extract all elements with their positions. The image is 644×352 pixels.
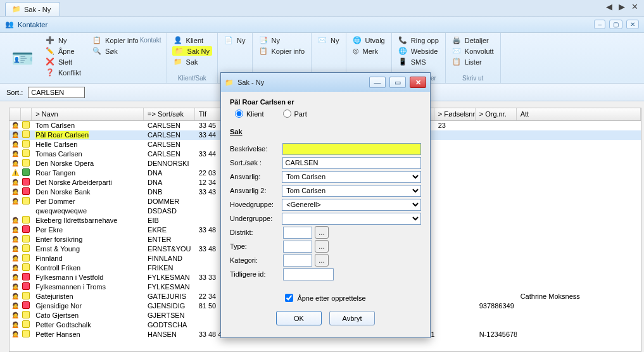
cell xyxy=(21,225,32,235)
ribbon-merk[interactable]: ◎Merk xyxy=(351,46,386,56)
ribbon-webside[interactable]: 🌐Webside xyxy=(397,46,440,56)
cell: Gatejuristen xyxy=(32,292,144,301)
input-sortsok[interactable] xyxy=(282,157,421,169)
status-badge xyxy=(22,254,30,261)
cell xyxy=(476,197,517,206)
dialog-titlebar[interactable]: 📁 Sak - Ny — ▭ ✕ xyxy=(221,73,430,92)
contacts-icon: 👥 xyxy=(5,20,14,28)
input-beskrivelse[interactable] xyxy=(282,143,421,155)
cell: Cathrine Moksness xyxy=(517,292,641,301)
col-header[interactable]: Att xyxy=(517,108,641,120)
select-undergruppe[interactable] xyxy=(282,213,421,225)
dialog-close-button[interactable]: ✕ xyxy=(410,77,426,88)
select-ansvarlig2[interactable]: Tom Carlsen xyxy=(282,185,421,197)
ribbon-sak[interactable]: 📁Sak xyxy=(172,57,212,66)
col-header[interactable]: => Sort/søk xyxy=(144,108,195,120)
tab-prev-icon[interactable]: ◀ xyxy=(604,2,614,11)
ribbon-ny[interactable]: ✉️Ny xyxy=(317,35,340,45)
select-hovedgruppe[interactable]: <Generell> xyxy=(282,199,421,211)
copy-icon: 📋 xyxy=(92,36,101,44)
ribbon-ny[interactable]: 📄Ny xyxy=(223,35,246,45)
lbl-type: Type: xyxy=(230,242,283,250)
col-header[interactable]: > Navn xyxy=(32,108,144,120)
select-ansvarlig[interactable]: Tom Carlsen xyxy=(282,171,421,183)
cell: Tomas Carlsen xyxy=(32,149,144,159)
ribbon-klient[interactable]: 👤Klient xyxy=(172,35,212,45)
col-header[interactable]: > Fødselsnr xyxy=(434,108,476,120)
cell xyxy=(476,168,517,178)
lookup-distrikt-button[interactable]: … xyxy=(315,226,329,239)
cell xyxy=(517,254,641,263)
cell: Per Ekre xyxy=(32,225,144,235)
envelope-icon: ✉️ xyxy=(452,47,461,55)
person-icon: 🙍 xyxy=(11,302,19,309)
input-distrikt[interactable] xyxy=(283,227,312,239)
status-badge xyxy=(22,168,30,176)
cell xyxy=(434,273,476,282)
cell: GJERTSEN xyxy=(144,311,195,320)
person-icon: 🙍 xyxy=(11,311,19,318)
input-kategori[interactable] xyxy=(283,255,312,267)
tab-close-icon[interactable]: ✕ xyxy=(629,2,640,11)
cell: Det Norske Arbeiderparti xyxy=(32,178,144,187)
col-header[interactable] xyxy=(21,108,32,120)
folder-icon: 📁 xyxy=(12,5,21,13)
ribbon-sms[interactable]: 📱SMS xyxy=(397,57,440,66)
tab-next-icon[interactable]: ▶ xyxy=(617,2,627,11)
cell xyxy=(434,206,476,216)
cell xyxy=(21,140,32,149)
ribbon-ny[interactable]: 📑Ny xyxy=(258,35,306,45)
radio-klient[interactable]: Klient xyxy=(235,110,264,118)
cell: Petter Hansen xyxy=(32,330,144,339)
sort-input[interactable] xyxy=(28,87,85,98)
dialog-max-button[interactable]: ▭ xyxy=(389,77,406,88)
checkbox-open-after[interactable] xyxy=(285,294,293,302)
ribbon-kopier-info[interactable]: 📋Kopier info xyxy=(91,35,140,45)
ribbon-detaljer[interactable]: 🖨️Detaljer xyxy=(451,35,495,45)
panel-max-icon[interactable]: ▢ xyxy=(609,20,622,29)
ok-button[interactable]: OK xyxy=(276,311,322,325)
contact-card-icon[interactable]: 🪪 xyxy=(5,35,39,82)
cell: Fylkesmannen i Troms xyxy=(32,282,144,292)
radio-part[interactable]: Part xyxy=(283,110,307,118)
ribbon-åpne[interactable]: ✏️Åpne xyxy=(44,46,82,56)
ribbon-konflikt[interactable]: ❓Konflikt xyxy=(44,68,82,77)
cell xyxy=(21,311,32,320)
lookup-type-button[interactable]: … xyxy=(315,240,329,253)
ribbon-group-label: Skriv ut xyxy=(451,73,495,82)
lbl-beskrivelse: Beskrivelse: xyxy=(230,145,282,153)
person-icon: 🙍 xyxy=(11,264,19,271)
ribbon-sak-ny[interactable]: 📁Sak Ny xyxy=(172,46,212,56)
ribbon-utvalg[interactable]: 🌐Utvalg xyxy=(351,35,386,45)
ribbon-kopier-info[interactable]: 📋Kopier info xyxy=(258,46,306,56)
col-header[interactable]: > Org.nr. xyxy=(476,108,517,120)
input-type[interactable] xyxy=(283,241,312,253)
input-tidligere[interactable] xyxy=(283,268,334,280)
person-icon: 🙍 xyxy=(11,188,19,195)
cell: Roar Tangen xyxy=(32,168,144,178)
cancel-button[interactable]: Avbryt xyxy=(329,311,375,325)
cell xyxy=(517,178,641,187)
col-header[interactable] xyxy=(9,108,21,120)
ribbon-ring-opp[interactable]: 📞Ring opp xyxy=(397,35,440,45)
ribbon-group: 🖨️Detaljer✉️Konvolutt📋ListerSkriv ut xyxy=(446,33,501,83)
panel-close-icon[interactable]: ✕ xyxy=(626,20,639,29)
status-badge xyxy=(22,244,30,252)
person-icon: 🙍 xyxy=(11,226,19,233)
tab-sak-ny[interactable]: 📁 Sak - Ny xyxy=(5,2,60,16)
lbl-tidligere: Tidligere id: xyxy=(230,270,283,278)
ribbon-slett[interactable]: ❌Slett xyxy=(44,57,82,66)
ribbon-søk[interactable]: 🔍Søk xyxy=(91,46,140,56)
list-icon: 📋 xyxy=(452,58,461,66)
cell xyxy=(21,121,32,130)
panel-min-icon[interactable]: – xyxy=(594,20,605,29)
ribbon-ny[interactable]: ➕Ny xyxy=(44,35,82,45)
ribbon-item-label: Klient xyxy=(186,37,204,44)
folder-hl-icon: 📁 xyxy=(175,47,184,55)
ribbon-konvolutt[interactable]: ✉️Konvolutt xyxy=(451,46,495,56)
ribbon-lister[interactable]: 📋Lister xyxy=(451,57,495,66)
dialog-min-button[interactable]: — xyxy=(369,77,386,88)
lookup-kategori-button[interactable]: … xyxy=(315,254,329,267)
ribbon-item-label: Utvalg xyxy=(365,37,385,44)
lbl-ansvarlig2: Ansvarlig 2: xyxy=(230,187,282,194)
